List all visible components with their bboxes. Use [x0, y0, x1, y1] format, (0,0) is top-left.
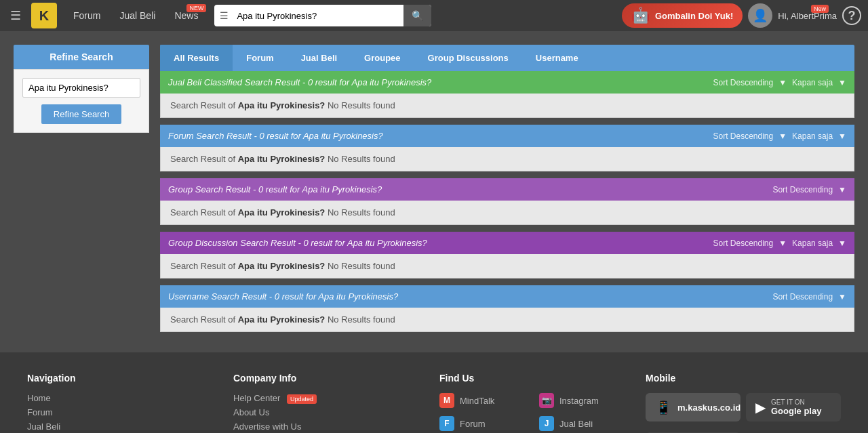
promo-robot-icon: 🤖 [631, 7, 650, 24]
sidebar: Refine Search Refine Search [14, 45, 149, 339]
refine-search-input[interactable] [22, 78, 140, 98]
googleplay-name: Google play [771, 406, 821, 416]
site-logo[interactable]: K [31, 3, 57, 28]
googleplay-sub: GET IT ON [771, 398, 821, 406]
promo-banner[interactable]: 🤖 Gombalin Doi Yuk! [622, 3, 743, 28]
forum-icon: F [439, 416, 454, 431]
time-arrow-forum[interactable]: ▼ [838, 131, 846, 141]
footer-advertise[interactable]: Advertise with Us [233, 421, 301, 432]
result-body-jualbeli: Search Result of Apa itu Pyrokinesis? No… [160, 94, 854, 118]
result-header-jualbeli: Jual Beli Classified Search Result - 0 r… [160, 71, 854, 94]
result-group-discussion: Group Discussion Search Result - 0 resul… [160, 232, 854, 279]
tab-forum[interactable]: Forum [233, 45, 287, 71]
search-input[interactable] [234, 8, 403, 24]
findus-instagram[interactable]: 📷 Instagram [539, 393, 625, 408]
nav-jualbeli[interactable]: Jual Beli [110, 0, 165, 31]
result-title-group: Group Search Result - 0 result for Apa i… [168, 184, 382, 194]
mobile-buttons-row1: 📱 m.kaskus.co.id ▶ GET IT ON Google play [646, 393, 841, 427]
tab-username[interactable]: Username [522, 45, 592, 71]
msite-button[interactable]: 📱 m.kaskus.co.id [646, 393, 741, 421]
time-label-jualbeli: Kapan saja [792, 78, 833, 87]
tab-all-results[interactable]: All Results [160, 45, 233, 71]
footer-grid: Navigation Home Forum Jual Beli Groupee … [27, 373, 841, 433]
sort-label-forum: Sort Descending [713, 131, 773, 141]
result-header-username: Username Search Result - 0 result for Ap… [160, 285, 854, 308]
result-header-group-discussion: Group Discussion Search Result - 0 resul… [160, 232, 854, 254]
googleplay-icon: ▶ [755, 399, 766, 415]
tab-jualbeli[interactable]: Jual Beli [288, 45, 351, 71]
help-button[interactable]: ? [842, 6, 861, 25]
result-jualbeli: Jual Beli Classified Search Result - 0 r… [160, 71, 854, 118]
header-promo-area: 🤖 Gombalin Doi Yuk! 👤 Hi, AlbertPrima Ne… [622, 3, 861, 28]
sort-arrow-username[interactable]: ▼ [838, 292, 846, 302]
footer-mobile-col: Mobile 📱 m.kaskus.co.id ▶ GET IT ON Goog… [646, 373, 841, 433]
footer-mobile-title: Mobile [646, 373, 841, 384]
result-title-group-discussion: Group Discussion Search Result - 0 resul… [168, 238, 427, 248]
jualbeli-label: Jual Beli [559, 419, 593, 429]
footer-nav-list: Home Forum Jual Beli Groupee Radio Mobil… [27, 393, 213, 433]
nav-forum[interactable]: Forum [64, 0, 110, 31]
result-controls-group: Sort Descending ▼ [772, 185, 846, 194]
news-badge: NEW [186, 4, 206, 12]
result-title-forum: Forum Search Result - 0 result for Apa i… [168, 131, 383, 141]
result-title-jualbeli: Jual Beli Classified Search Result - 0 r… [168, 77, 431, 87]
mindtalk-icon: M [439, 393, 454, 408]
footer-nav-title: Navigation [27, 373, 213, 384]
jualbeli-icon: J [539, 416, 554, 431]
result-group: Group Search Result - 0 result for Apa i… [160, 178, 854, 225]
instagram-label: Instagram [559, 396, 599, 406]
findus-jualbeli[interactable]: J Jual Beli [539, 416, 625, 431]
footer-nav-forum[interactable]: Forum [27, 407, 53, 417]
refine-search-button[interactable]: Refine Search [41, 104, 121, 124]
result-controls-group-discussion: Sort Descending ▼ Kapan saja ▼ [713, 239, 846, 248]
findus-mindtalk[interactable]: M MindTalk [439, 393, 526, 408]
footer-company-list: Help Center Updated About Us Advertise w… [233, 393, 419, 433]
footer-aboutus[interactable]: About Us [233, 407, 269, 417]
footer-company-title: Company Info [233, 373, 419, 384]
instagram-icon: 📷 [539, 393, 554, 408]
time-label-forum: Kapan saja [792, 131, 833, 141]
main-nav: Forum Jual Beli News NEW [64, 0, 208, 31]
helpcenter-badge: Updated [287, 394, 317, 404]
footer-findus-col: Find Us M MindTalk 📷 Instagram F Forum J… [439, 373, 625, 433]
forum-label: Forum [460, 419, 486, 429]
sort-arrow-forum[interactable]: ▼ [778, 131, 787, 141]
sort-label-jualbeli: Sort Descending [713, 78, 773, 87]
sort-arrow-jualbeli[interactable]: ▼ [778, 78, 787, 87]
list-item: Home [27, 393, 213, 403]
user-menu[interactable]: 👤 Hi, AlbertPrima New [743, 3, 842, 28]
list-item: Advertise with Us [233, 421, 419, 432]
user-avatar: 👤 [748, 3, 772, 28]
main-content: Refine Search Refine Search All Results … [0, 31, 868, 352]
footer-nav-jualbeli[interactable]: Jual Beli [27, 421, 60, 432]
sort-arrow-group-discussion[interactable]: ▼ [778, 239, 787, 248]
search-button[interactable]: 🔍 [403, 5, 431, 26]
result-controls-jualbeli: Sort Descending ▼ Kapan saja ▼ [713, 78, 846, 87]
tab-group-discussions[interactable]: Group Discussions [414, 45, 522, 71]
result-forum: Forum Search Result - 0 result for Apa i… [160, 125, 854, 171]
list-item: Forum [27, 407, 213, 417]
results-area: All Results Forum Jual Beli Groupee Grou… [160, 45, 854, 339]
nav-news[interactable]: News NEW [165, 0, 208, 31]
msite-name: m.kaskus.co.id [677, 403, 741, 413]
findus-grid: M MindTalk 📷 Instagram F Forum J Jual Be… [439, 393, 625, 433]
sort-label-group-discussion: Sort Descending [713, 239, 773, 248]
result-body-forum: Search Result of Apa itu Pyrokinesis? No… [160, 147, 854, 171]
result-controls-username: Sort Descending ▼ [772, 292, 846, 302]
hamburger-icon[interactable]: ☰ [7, 5, 24, 26]
user-new-badge: New [811, 5, 829, 13]
list-item: Jual Beli [27, 421, 213, 432]
refine-search-header: Refine Search [14, 45, 149, 69]
googleplay-button[interactable]: ▶ GET IT ON Google play [746, 393, 841, 421]
footer-nav-home[interactable]: Home [27, 393, 51, 403]
footer-helpcenter[interactable]: Help Center Updated [233, 393, 317, 403]
sort-arrow-group[interactable]: ▼ [838, 185, 846, 194]
findus-forum[interactable]: F Forum [439, 416, 526, 431]
tab-groupee[interactable]: Groupee [351, 45, 414, 71]
search-list-icon[interactable]: ☰ [214, 10, 234, 21]
sort-label-username: Sort Descending [772, 292, 833, 302]
time-arrow-jualbeli[interactable]: ▼ [838, 78, 846, 87]
time-arrow-group-discussion[interactable]: ▼ [838, 239, 846, 248]
result-title-username: Username Search Result - 0 result for Ap… [168, 291, 398, 302]
result-body-group: Search Result of Apa itu Pyrokinesis? No… [160, 201, 854, 225]
